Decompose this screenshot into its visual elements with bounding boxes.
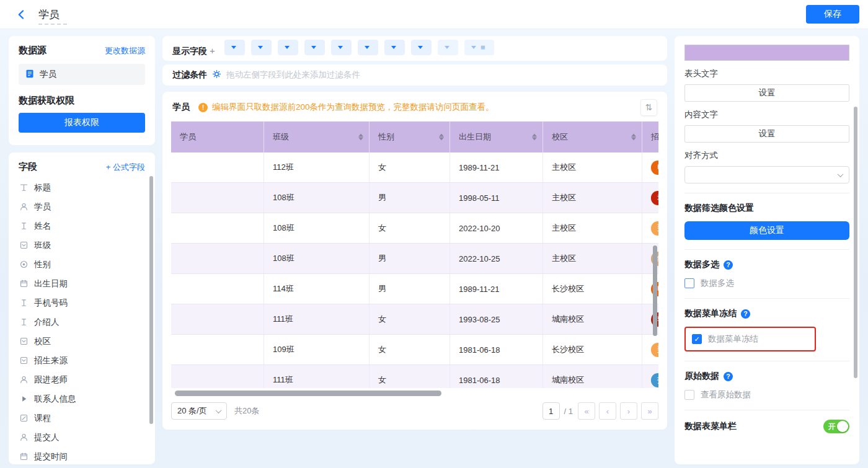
save-button[interactable]: 保存: [806, 5, 859, 24]
field-item[interactable]: 学员: [19, 197, 145, 216]
display-field-tag[interactable]: 校区: [331, 40, 352, 55]
report-permission-button[interactable]: 报表权限: [19, 113, 145, 133]
formula-field-link[interactable]: + 公式字段: [106, 162, 145, 173]
content-text-label: 内容文字: [684, 109, 849, 120]
table-row: 111班女1981-06-18城南校区招生: [171, 365, 658, 388]
chevron-down-icon: [258, 46, 263, 49]
field-item[interactable]: 姓名: [19, 216, 145, 236]
datasource-item[interactable]: 学员: [19, 64, 145, 85]
field-item[interactable]: 跟进老师: [19, 370, 145, 389]
pager-nav: «‹›»: [578, 402, 658, 420]
column-header[interactable]: 学员: [171, 121, 264, 152]
field-item[interactable]: 校区: [19, 332, 145, 351]
display-field-tag[interactable]: 招生来源: [358, 40, 378, 55]
help-icon[interactable]: ?: [724, 260, 733, 270]
menu-bar-toggle[interactable]: 开: [823, 420, 849, 433]
last-page-button[interactable]: »: [641, 402, 658, 420]
add-display-field-button[interactable]: +: [210, 45, 215, 56]
column-header[interactable]: 出生日期: [450, 121, 543, 152]
field-item-label: 提交人: [34, 432, 60, 443]
alignment-select[interactable]: [684, 166, 849, 183]
page-total: / 1: [564, 407, 573, 416]
sort-icon[interactable]: [439, 134, 444, 141]
table-cell: 地推: [642, 183, 658, 213]
display-field-tag[interactable]: 联系人信息: [411, 40, 432, 55]
source-badge: 招生: [651, 373, 658, 387]
display-field-tag[interactable]: ≡提交时间: [464, 40, 494, 55]
table-cell: 女: [370, 365, 450, 388]
first-page-button[interactable]: «: [578, 402, 595, 420]
field-item[interactable]: 出生日期: [19, 274, 145, 293]
color-settings-button[interactable]: 颜色设置: [684, 221, 849, 240]
divider: [684, 298, 849, 299]
multi-select-title: 数据多选: [684, 259, 719, 270]
display-field-tag[interactable]: 跟进老师: [384, 40, 405, 55]
field-item[interactable]: 性别: [19, 255, 145, 274]
display-field-tag[interactable]: 班级: [251, 40, 272, 55]
field-item[interactable]: 标题: [19, 178, 145, 197]
style-panel-scrollbar[interactable]: [854, 107, 857, 378]
person-icon: [19, 202, 29, 212]
field-item-label: 联系人信息: [34, 394, 76, 405]
fields-title: 字段: [19, 161, 37, 173]
select-icon: [19, 337, 29, 347]
help-icon[interactable]: ?: [724, 372, 733, 381]
menu-freeze-title: 数据菜单冻结: [684, 308, 737, 319]
calendar-icon: [19, 279, 29, 289]
display-field-tag[interactable]: 课程: [438, 40, 458, 55]
page-number-input[interactable]: 1: [542, 402, 560, 420]
menu-freeze-checkbox[interactable]: ✓ 数据菜单冻结: [692, 333, 808, 345]
field-item[interactable]: 课程: [19, 408, 145, 428]
horizontal-scrollbar-thumb[interactable]: [175, 391, 441, 396]
back-button[interactable]: [16, 8, 29, 20]
table-cell: 女: [370, 152, 450, 182]
toggle-knob: [837, 421, 848, 432]
column-header[interactable]: 班级: [264, 121, 370, 152]
table-cell: 主校区: [543, 152, 642, 182]
content-text-settings-button[interactable]: 设置: [684, 125, 849, 143]
column-header[interactable]: 招生来源: [642, 121, 658, 152]
header-color-swatch[interactable]: [684, 45, 849, 61]
display-field-tag[interactable]: 性别: [278, 40, 298, 55]
text-icon: [19, 221, 29, 231]
next-page-button[interactable]: ›: [620, 402, 637, 420]
vertical-scrollbar[interactable]: [653, 245, 657, 336]
field-item[interactable]: 介绍人: [19, 312, 145, 332]
column-header[interactable]: 性别: [370, 121, 450, 152]
field-item[interactable]: 提交人: [19, 428, 145, 447]
filter-label: 过滤条件: [172, 69, 207, 81]
multi-select-checkbox-label: 数据多选: [701, 278, 734, 289]
field-item[interactable]: 班级: [19, 236, 145, 255]
text-icon: [19, 298, 29, 308]
header-text-settings-button[interactable]: 设置: [684, 84, 849, 102]
field-item[interactable]: 手机号码: [19, 293, 145, 312]
help-icon[interactable]: ?: [741, 309, 750, 319]
link-icon: [19, 413, 29, 423]
preview-panel: 学员 ! 编辑界面只取数据源前200条作为查询数据预览，完整数据请访问页面查看。…: [162, 92, 667, 430]
sort-icon[interactable]: [532, 134, 537, 141]
field-item[interactable]: 联系人信息: [19, 389, 145, 408]
change-datasource-link[interactable]: 更改数据源: [105, 45, 145, 56]
display-field-tag[interactable]: 学员: [224, 40, 245, 55]
table-row: 111班女1993-08-25城南校区转介: [171, 304, 658, 335]
fields-scrollbar[interactable]: [149, 176, 153, 424]
field-item[interactable]: 提交时间: [19, 447, 145, 464]
multi-select-checkbox[interactable]: 数据多选: [684, 278, 849, 289]
sort-order-button[interactable]: ⇅: [640, 99, 657, 116]
horizontal-scrollbar[interactable]: [175, 391, 655, 396]
field-item[interactable]: 招生来源: [19, 351, 145, 370]
field-item-label: 招生来源: [34, 355, 68, 366]
sort-icon[interactable]: [358, 134, 363, 141]
column-header-label: 招生来源: [651, 131, 658, 143]
display-field-tag[interactable]: 出生日期: [304, 40, 325, 55]
sort-icon[interactable]: [631, 134, 636, 141]
raw-data-checkbox[interactable]: 查看原始数据: [684, 389, 849, 400]
column-header[interactable]: 校区: [543, 121, 642, 152]
field-item-label: 提交时间: [34, 451, 68, 462]
page-size-select[interactable]: 20 条/页: [171, 402, 227, 420]
table-cell: [171, 335, 264, 364]
page-title: 学员: [38, 9, 60, 20]
gear-icon[interactable]: [212, 69, 221, 81]
table-cell: 电话: [642, 152, 658, 182]
prev-page-button[interactable]: ‹: [599, 402, 616, 420]
